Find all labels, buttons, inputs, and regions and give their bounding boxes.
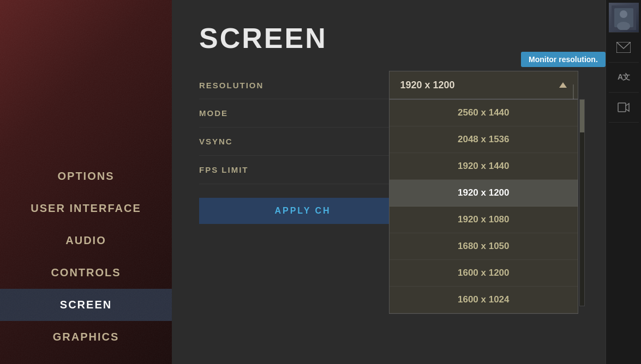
dropdown-item-1600x1200[interactable]: 1600 x 1200 <box>390 260 578 287</box>
avatar-icon[interactable] <box>609 3 639 33</box>
resolution-label: RESOLUTION <box>199 71 389 99</box>
settings-rows: RESOLUTION 1920 x 1200 2560 x 1440 2048 … <box>199 71 578 184</box>
dropdown-arrow-icon <box>559 82 567 88</box>
main-content: SCREEN Monitor resolution. RESOLUTION 19… <box>172 0 606 364</box>
dropdown-item-2560x1440[interactable]: 2560 x 1440 <box>390 100 578 126</box>
sidebar-item-audio[interactable]: AUDIO <box>0 225 172 257</box>
translate-icon[interactable]: A文 <box>609 63 639 93</box>
dropdown-item-1680x1050[interactable]: 1680 x 1050 <box>390 233 578 260</box>
dropdown-item-1920x1440[interactable]: 1920 x 1440 <box>390 153 578 180</box>
sidebar-item-options[interactable]: OPTIONS <box>0 160 172 192</box>
svg-rect-5 <box>618 103 626 112</box>
resolution-dropdown[interactable]: 1920 x 1200 <box>389 71 579 99</box>
page-title: SCREEN <box>199 22 578 54</box>
dropdown-item-1920x1200[interactable]: 1920 x 1200 <box>390 180 578 207</box>
avatar-image <box>609 3 639 32</box>
sidebar-item-screen[interactable]: SCREEN <box>0 289 172 321</box>
sidebar-item-controls[interactable]: CONTROLS <box>0 257 172 289</box>
scrollbar-thumb[interactable] <box>580 100 584 132</box>
resolution-row: RESOLUTION 1920 x 1200 2560 x 1440 2048 … <box>199 71 578 99</box>
mode-label: MODE <box>199 108 406 118</box>
dropdown-scrollbar[interactable] <box>579 99 585 306</box>
vsync-label: VSYNC <box>199 137 406 146</box>
sidebar-item-graphics[interactable]: GRAPHICS <box>0 321 172 353</box>
dropdown-item-1600x1024[interactable]: 1600 x 1024 <box>390 287 578 313</box>
right-sidebar: A文 <box>606 0 641 364</box>
svg-point-2 <box>620 10 627 18</box>
sidebar-nav: OPTIONS USER INTERFACE AUDIO CONTROLS SC… <box>0 160 172 353</box>
apply-button[interactable]: APPLY CH <box>199 198 406 224</box>
resolution-selected-value: 1920 x 1200 <box>400 80 455 91</box>
record-icon[interactable] <box>609 93 639 123</box>
resolution-dropdown-container: 1920 x 1200 2560 x 1440 2048 x 1536 1920… <box>389 71 579 99</box>
fps-limit-label: FPS LIMIT <box>199 165 406 174</box>
dropdown-item-2048x1536[interactable]: 2048 x 1536 <box>390 126 578 153</box>
sidebar-item-user-interface[interactable]: USER INTERFACE <box>0 192 172 225</box>
mail-icon[interactable] <box>609 33 639 63</box>
resolution-dropdown-list: 2560 x 1440 2048 x 1536 1920 x 1440 1920… <box>389 99 579 314</box>
left-sidebar: OPTIONS USER INTERFACE AUDIO CONTROLS SC… <box>0 0 172 364</box>
tooltip-badge: Monitor resolution. <box>521 52 606 67</box>
dropdown-item-1920x1080[interactable]: 1920 x 1080 <box>390 207 578 233</box>
